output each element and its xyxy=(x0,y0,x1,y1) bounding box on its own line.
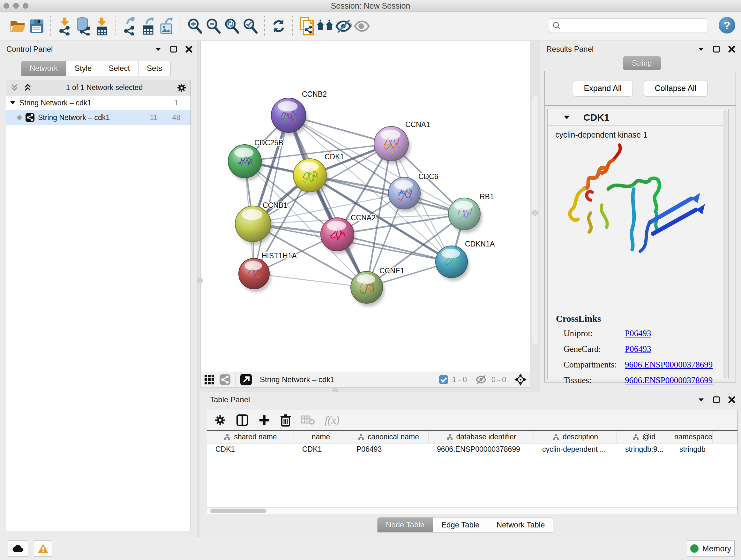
network-node-cdkn1a[interactable]: CDKN1A xyxy=(435,240,495,281)
table-cell[interactable]: CDK1 xyxy=(207,443,294,456)
network-node-ccna1[interactable]: CCNA1 xyxy=(374,120,430,164)
search-input[interactable] xyxy=(561,21,698,30)
crosslink-row: GeneCard:P06493 xyxy=(556,344,713,354)
column-header-shared-name[interactable]: shared name xyxy=(207,431,294,443)
table-cell[interactable]: cyclin-dependent ... xyxy=(534,443,617,456)
memory-button[interactable]: Memory xyxy=(687,541,735,557)
column-header-description[interactable]: description xyxy=(534,431,617,443)
network-node-ccnb2[interactable]: CCNB2 xyxy=(271,90,327,136)
export-image-icon[interactable] xyxy=(158,17,176,36)
zoom-out-icon[interactable] xyxy=(204,17,223,36)
table-row[interactable]: CDK1CDK1P064939606.ENSP00000378699cyclin… xyxy=(207,443,738,456)
delete-column-icon[interactable] xyxy=(280,414,291,427)
network-node-count: 11 xyxy=(150,113,158,122)
crosslink-link[interactable]: P06493 xyxy=(625,344,651,354)
help-icon: ? xyxy=(724,19,731,32)
selected-checkbox-icon[interactable] xyxy=(439,375,448,384)
panel-float-icon[interactable] xyxy=(712,45,721,53)
refresh-icon[interactable] xyxy=(269,17,288,36)
network-canvas[interactable]: CCNB2CCNA1CDC25BCDK1CDC6RB1CCNB1CCNA2CDK… xyxy=(201,41,530,372)
function-builder-icon: f(x) xyxy=(325,414,340,426)
network-node-hist1h1a[interactable]: HIST1H1A xyxy=(239,252,297,292)
crosslink-link[interactable]: P06493 xyxy=(625,328,651,338)
crosshair-icon[interactable] xyxy=(514,373,527,386)
import-network-icon[interactable] xyxy=(56,17,74,36)
gene-entry-header[interactable]: CDK1 xyxy=(548,109,728,126)
cloud-button[interactable] xyxy=(8,541,28,557)
panel-menu-icon[interactable] xyxy=(697,395,705,404)
left-splitter-handle[interactable] xyxy=(197,278,203,283)
table-cell[interactable]: CDK1 xyxy=(294,443,348,456)
panel-menu-icon[interactable] xyxy=(154,45,162,53)
column-header-name[interactable]: name xyxy=(294,431,348,443)
zoom-in-icon[interactable] xyxy=(186,17,204,36)
warning-button[interactable] xyxy=(34,541,52,557)
new-network-from-selection-icon[interactable] xyxy=(297,17,316,36)
table-settings-gear-icon[interactable] xyxy=(214,414,226,426)
collapse-all-icon[interactable] xyxy=(10,83,19,92)
crosslink-link[interactable]: 9606.ENSP00000378699 xyxy=(625,360,713,370)
tab-select[interactable]: Select xyxy=(100,61,138,76)
network-share-icon[interactable] xyxy=(219,374,231,385)
search-box xyxy=(549,18,707,33)
right-splitter[interactable] xyxy=(532,96,539,345)
expand-all-button[interactable]: Expand All xyxy=(573,80,633,97)
tree-expanded-icon[interactable] xyxy=(9,99,16,106)
grid-view-icon[interactable] xyxy=(204,374,215,385)
tab-network[interactable]: Network xyxy=(21,61,66,76)
tab-sets[interactable]: Sets xyxy=(138,61,171,76)
tab-edge-table[interactable]: Edge Table xyxy=(433,517,488,533)
table-horizontal-scrollbar[interactable] xyxy=(207,507,738,514)
panel-float-icon[interactable] xyxy=(712,395,721,404)
first-neighbors-icon[interactable] xyxy=(316,17,334,36)
panel-float-icon[interactable] xyxy=(170,45,178,53)
node-label: RB1 xyxy=(480,192,494,201)
network-collection-row[interactable]: String Network – cdk1 1 xyxy=(6,96,191,110)
export-table-icon[interactable] xyxy=(139,17,158,36)
column-header--id[interactable]: @id xyxy=(617,431,671,443)
tab-string[interactable]: String xyxy=(623,56,661,70)
zoom-fit-icon[interactable] xyxy=(223,17,241,36)
column-header-database-identifier[interactable]: database identifier xyxy=(428,431,534,443)
table-cell[interactable]: 9606.ENSP00000378699 xyxy=(428,443,534,456)
network-row-label: String Network – cdk1 xyxy=(38,113,110,122)
network-node-cdk1[interactable]: CDK1 xyxy=(293,152,344,195)
scrollbar-thumb[interactable] xyxy=(210,509,266,513)
save-icon[interactable] xyxy=(27,17,46,36)
gear-icon[interactable] xyxy=(177,83,187,93)
table-cell[interactable]: P06493 xyxy=(348,443,428,456)
network-node-rb1[interactable]: RB1 xyxy=(448,192,494,233)
zoom-selected-icon[interactable] xyxy=(241,17,260,36)
crosslinks-title: CrossLinks xyxy=(556,314,713,324)
tab-style[interactable]: Style xyxy=(66,61,100,76)
export-network-icon[interactable] xyxy=(121,17,139,36)
panel-close-icon[interactable] xyxy=(728,45,736,53)
open-folder-icon[interactable] xyxy=(9,17,27,36)
tab-node-table[interactable]: Node Table xyxy=(377,517,433,533)
table-cell[interactable]: stringdb:9... xyxy=(617,443,671,456)
column-header-canonical-name[interactable]: canonical name xyxy=(348,431,428,443)
panel-menu-icon[interactable] xyxy=(697,45,705,53)
add-column-icon[interactable] xyxy=(258,414,270,426)
hide-selected-icon[interactable] xyxy=(334,17,353,36)
panel-close-icon[interactable] xyxy=(728,395,736,404)
crosslink-link[interactable]: 9606.ENSP00000378699 xyxy=(625,375,713,385)
crosslink-label: Tissues: xyxy=(556,375,625,385)
help-button[interactable]: ? xyxy=(719,17,735,34)
collapse-all-button[interactable]: Collapse All xyxy=(644,80,708,97)
network-row[interactable]: String Network – cdk1 11 48 xyxy=(6,110,191,125)
birdseye-view-icon[interactable] xyxy=(240,374,252,386)
column-header-namespace[interactable]: namespace xyxy=(671,431,713,443)
right-splitter-handle[interactable] xyxy=(532,210,538,215)
hidden-eye-icon[interactable] xyxy=(475,374,488,385)
show-columns-icon[interactable] xyxy=(236,414,249,427)
import-network-database-icon[interactable] xyxy=(74,17,92,36)
show-all-icon[interactable] xyxy=(353,17,372,36)
expand-all-icon[interactable] xyxy=(23,83,32,92)
panel-close-icon[interactable] xyxy=(185,45,193,53)
import-table-icon[interactable] xyxy=(92,17,111,36)
results-scrollbar[interactable] xyxy=(723,110,728,378)
tab-network-table[interactable]: Network Table xyxy=(488,517,554,533)
table-cell[interactable]: stringdb xyxy=(671,443,713,456)
entry-expanded-icon[interactable] xyxy=(563,114,570,121)
